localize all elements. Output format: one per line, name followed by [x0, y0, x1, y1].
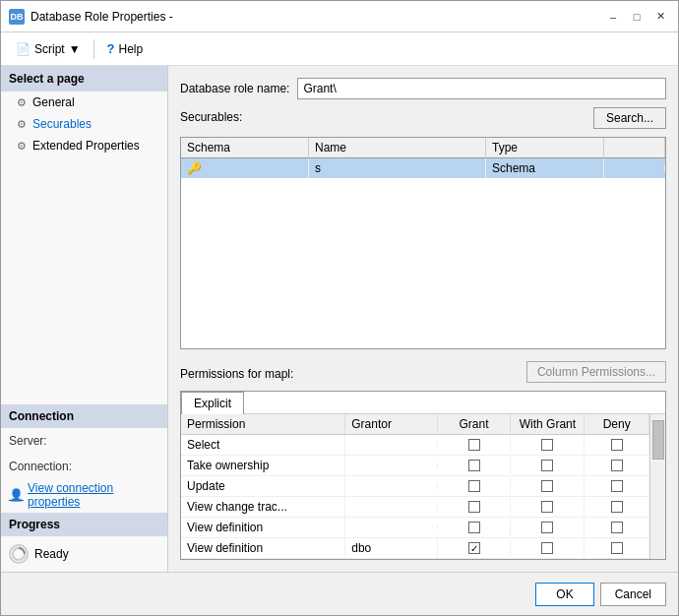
sidebar-item-extended-label: Extended Properties: [32, 139, 140, 153]
dropdown-icon: ▼: [69, 42, 81, 56]
permissions-label: Permissions for mapl:: [180, 367, 293, 381]
name-column-header: Name: [309, 138, 486, 157]
view-connection-link[interactable]: 👤 View connection properties: [1, 479, 167, 513]
deny-checkbox[interactable]: [611, 501, 623, 513]
type-column-header: Type: [486, 138, 604, 157]
main-content: Select a page ⚙ General ⚙ Securables ⚙ E…: [1, 66, 678, 572]
sidebar-item-general[interactable]: ⚙ General: [1, 92, 167, 113]
deny-checkbox[interactable]: [611, 439, 623, 451]
deny-cell[interactable]: [585, 539, 649, 557]
permissions-row[interactable]: Select: [181, 435, 649, 456]
deny-checkbox[interactable]: [611, 542, 623, 554]
script-button[interactable]: 📄 Script ▼: [9, 38, 88, 60]
permissions-table: Permission Grantor Grant With Grant Deny…: [181, 414, 649, 559]
grant-cell[interactable]: [438, 539, 512, 557]
content-area: Database role name: Securables: Search..…: [168, 66, 678, 572]
deny-checkbox[interactable]: [611, 480, 623, 492]
securables-icon: ⚙: [17, 118, 27, 131]
grant-checkbox[interactable]: [468, 439, 480, 451]
permissions-row[interactable]: View change trac...: [181, 497, 649, 518]
deny-checkbox[interactable]: [611, 460, 623, 471]
connection-info: Connection:: [1, 454, 167, 479]
tab-explicit[interactable]: Explicit: [181, 392, 244, 414]
securables-table: Schema Name Type 🔑 s Schema: [180, 137, 666, 349]
permissions-scrollbar[interactable]: [649, 414, 665, 559]
sidebar-item-general-label: General: [32, 95, 75, 109]
permissions-row[interactable]: Update: [181, 476, 649, 497]
grantor-cell: [345, 462, 437, 468]
with-grant-checkbox[interactable]: [541, 522, 553, 533]
sidebar-header: Select a page: [1, 66, 167, 92]
grant-checkbox[interactable]: [468, 480, 480, 492]
grant-header: Grant: [438, 414, 512, 434]
name-cell: s: [309, 158, 486, 178]
with-grant-checkbox[interactable]: [541, 460, 553, 471]
with-grant-checkbox[interactable]: [541, 439, 553, 451]
with-grant-cell[interactable]: [511, 477, 585, 495]
window-title: Database Role Properties -: [31, 10, 173, 24]
with-grant-cell[interactable]: [511, 539, 585, 557]
with-grant-checkbox[interactable]: [541, 480, 553, 492]
with-grant-cell[interactable]: [511, 498, 585, 516]
close-button[interactable]: ✕: [650, 7, 670, 27]
connection-section-header: Connection: [1, 404, 167, 428]
grant-cell[interactable]: [438, 436, 512, 454]
deny-cell[interactable]: [585, 457, 649, 474]
deny-cell[interactable]: [585, 519, 649, 536]
with-grant-cell[interactable]: [511, 436, 585, 454]
extra-column-header: [604, 138, 665, 157]
permissions-row[interactable]: View definition dbo: [181, 538, 649, 559]
perm-cell: View definition: [181, 538, 345, 558]
securables-header: Securables: Search...: [180, 107, 666, 129]
role-name-input[interactable]: [297, 78, 666, 99]
scroll-thumb[interactable]: [652, 420, 664, 460]
table-row[interactable]: 🔑 s Schema: [181, 158, 665, 178]
grant-checkbox[interactable]: [468, 460, 480, 471]
grantor-cell: [345, 442, 437, 448]
grant-checkbox[interactable]: [468, 522, 480, 533]
with-grant-checkbox[interactable]: [541, 501, 553, 513]
grant-cell[interactable]: [438, 519, 512, 536]
with-grant-cell[interactable]: [511, 457, 585, 474]
help-button[interactable]: ? Help: [100, 37, 151, 60]
deny-cell[interactable]: [585, 477, 649, 495]
deny-cell[interactable]: [585, 498, 649, 516]
maximize-button[interactable]: □: [627, 7, 647, 27]
with-grant-checkbox[interactable]: [541, 542, 553, 554]
permissions-header-row: Permissions for mapl: Column Permissions…: [180, 361, 666, 383]
permissions-row[interactable]: View definition: [181, 518, 649, 538]
table-header: Schema Name Type: [181, 138, 665, 158]
permissions-rows: Select Take ownership Upda: [181, 435, 649, 559]
window-icon: DB: [9, 9, 25, 25]
grantor-cell: [345, 504, 437, 510]
with-grant-cell[interactable]: [511, 519, 585, 536]
server-label: Server:: [9, 434, 47, 448]
with-grant-header: With Grant: [511, 414, 585, 434]
deny-cell[interactable]: [585, 436, 649, 454]
ok-button[interactable]: OK: [535, 583, 593, 606]
toolbar-separator: [93, 39, 94, 59]
perm-cell: Select: [181, 435, 345, 455]
grant-cell[interactable]: [438, 498, 512, 516]
help-icon: ?: [107, 41, 115, 56]
column-permissions-button[interactable]: Column Permissions...: [526, 361, 666, 383]
minimize-button[interactable]: –: [603, 7, 623, 27]
grant-cell[interactable]: [438, 477, 512, 495]
role-name-label: Database role name:: [180, 82, 289, 95]
grant-checkbox[interactable]: [468, 542, 480, 554]
bottom-bar: OK Cancel: [1, 572, 678, 615]
connection-label: Connection:: [9, 460, 72, 473]
securables-label: Securables:: [180, 110, 242, 124]
grantor-cell: dbo: [345, 538, 437, 558]
deny-checkbox[interactable]: [611, 522, 623, 533]
schema-column-header: Schema: [181, 138, 309, 157]
link-icon: 👤: [9, 488, 24, 502]
sidebar-item-securables[interactable]: ⚙ Securables: [1, 113, 167, 135]
sidebar-item-extended[interactable]: ⚙ Extended Properties: [1, 135, 167, 156]
permissions-row[interactable]: Take ownership: [181, 456, 649, 476]
search-button[interactable]: Search...: [593, 107, 666, 129]
cancel-button[interactable]: Cancel: [600, 583, 666, 606]
view-connection-label: View connection properties: [28, 481, 159, 509]
grant-cell[interactable]: [438, 457, 512, 474]
grant-checkbox[interactable]: [468, 501, 480, 513]
